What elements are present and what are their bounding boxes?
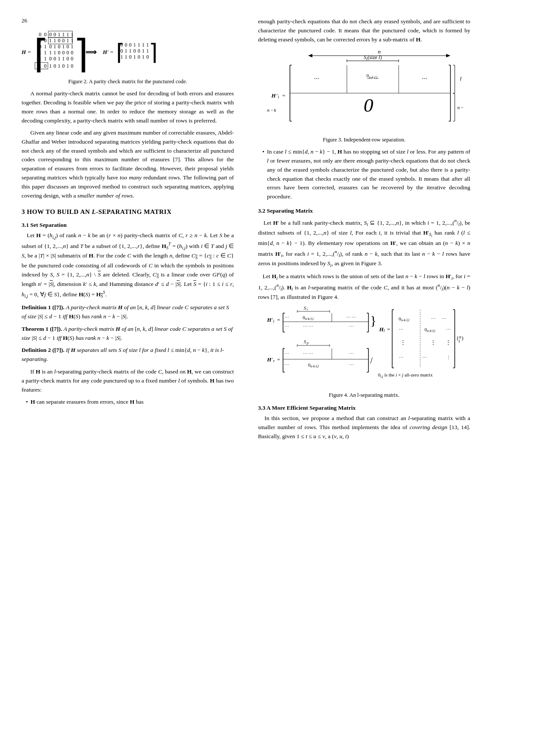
svg-text:0: 0: [364, 94, 374, 116]
svg-text:i: i: [278, 94, 279, 99]
svg-text:r: r: [273, 358, 275, 363]
svg-text:−: −: [461, 105, 463, 110]
svg-text:1: 1: [66, 63, 69, 69]
bullet2-area: • In case l ≤ min{d, n − k} − 1, H has n…: [262, 147, 470, 202]
svg-text:0: 0: [66, 56, 69, 62]
svg-text:/: /: [370, 356, 373, 365]
svg-text:n: n: [267, 107, 270, 113]
svg-text:1: 1: [54, 44, 56, 50]
svg-text:0: 0: [54, 31, 56, 38]
svg-text:1: 1: [142, 42, 145, 48]
svg-text:1: 1: [71, 31, 73, 38]
svg-text:0n-k-l,l: 0n-k-l,l: [308, 362, 319, 368]
svg-text:⌉: ⌉: [73, 33, 88, 75]
svg-text:=: =: [387, 326, 390, 333]
svg-text:1: 1: [142, 48, 145, 54]
H-prime-label: H′ =: [103, 49, 113, 56]
para-normal-parity: A normal parity-check matrix cannot be u…: [22, 89, 234, 125]
definition2: Definition 2 ([7]). If H separates all s…: [22, 346, 234, 364]
svg-text:⋯: ⋯: [422, 75, 427, 82]
svg-marker-78: [446, 54, 450, 57]
svg-text:1: 1: [62, 31, 65, 38]
svg-text:1: 1: [120, 54, 123, 60]
svg-text:1: 1: [66, 31, 69, 38]
svg-text:0: 0: [62, 38, 65, 44]
svg-text:0: 0: [138, 48, 140, 54]
svg-text:0: 0: [54, 63, 56, 69]
svg-text:1: 1: [49, 38, 52, 44]
figure2-caption: Figure 2. A parity check matrix for the …: [22, 78, 234, 85]
svg-text:1: 1: [39, 63, 41, 69]
svg-text:1: 1: [58, 56, 60, 62]
figure3-caption: Figure 3. Independent-row separation.: [258, 137, 470, 143]
svg-text:0: 0: [54, 56, 56, 62]
svg-text:i: i: [273, 319, 274, 323]
svg-text:1: 1: [44, 44, 47, 50]
subsection32-title: 3.2 Separating Matrix: [258, 207, 470, 214]
H-label: H =: [22, 49, 31, 56]
subsection31-para1: Let H = (hi,j) of rank n − k be an (r × …: [22, 231, 234, 300]
bullet-content-1: H can separate erasures from errors, sin…: [31, 398, 234, 407]
svg-text:⋮: ⋮: [431, 339, 436, 345]
svg-text:S: S: [304, 305, 306, 311]
svg-text:=: =: [282, 92, 285, 99]
svg-text:0: 0: [44, 31, 47, 38]
svg-text:⋯: ⋯: [284, 315, 289, 320]
svg-text:H: H: [271, 92, 276, 99]
svg-text:0: 0: [44, 63, 47, 69]
svg-text:H: H: [267, 356, 272, 363]
svg-text:⋯: ⋯: [349, 362, 354, 367]
svg-text:1: 1: [133, 54, 136, 60]
svg-text:1: 1: [125, 48, 127, 54]
svg-text:⋯: ⋯: [399, 327, 403, 332]
svg-text:0: 0: [39, 31, 41, 38]
svg-text:1: 1: [44, 50, 47, 56]
svg-text:0: 0: [62, 63, 65, 69]
H-matrix: ⌈ ⌉ 0 0 0 0 1 1 1: [33, 28, 79, 76]
svg-text:1: 1: [71, 44, 73, 50]
svg-text:1: 1: [146, 42, 149, 48]
svg-text:l: l: [384, 328, 385, 333]
subsection32-para2: Let Hl be a matrix which rows is the uni…: [258, 272, 470, 302]
svg-text:}: }: [370, 313, 376, 327]
svg-text:1: 1: [49, 63, 52, 69]
svg-text:⋯: ⋯: [314, 75, 319, 82]
svg-text:−: −: [271, 107, 273, 113]
svg-text:0: 0: [44, 38, 47, 44]
svg-text:1: 1: [44, 56, 47, 62]
svg-text:0n-k-l,l: 0n-k-l,l: [303, 315, 314, 321]
bullet-item-2: • In case l ≤ min{d, n − k} − 1, H has n…: [262, 147, 470, 202]
svg-text:1: 1: [62, 56, 65, 62]
svg-text:1: 1: [39, 56, 41, 62]
svg-text:1: 1: [138, 42, 140, 48]
svg-text:1: 1: [146, 48, 149, 54]
svg-text:⋯: ⋯: [422, 355, 427, 360]
svg-text:0: 0: [133, 48, 136, 54]
svg-text:⋮: ⋮: [446, 355, 451, 360]
svg-text:1: 1: [62, 44, 65, 50]
svg-text:0: 0: [62, 50, 65, 56]
svg-text:0: 0: [129, 54, 132, 60]
svg-text:0: 0: [49, 44, 52, 50]
svg-text:n: n: [378, 48, 381, 55]
figure4-caption: Figure 4. An l-separating matrix.: [258, 392, 470, 398]
svg-text:0: 0: [138, 54, 140, 60]
subsection31-title: 3.1 Set Separation: [22, 222, 234, 229]
para-given-linear: Given any linear code and any given maxi…: [22, 129, 234, 201]
svg-text:⋯: ⋯: [284, 351, 289, 356]
svg-text:i: i: [307, 307, 308, 311]
subsection33-para1: In this section, we propose a method tha…: [258, 414, 470, 441]
svg-text:⋯: ⋯: [442, 316, 447, 321]
bullet1-continuation: enough parity-check equations that do no…: [258, 17, 470, 44]
subsection33-title: 3.3 A More Efficient Separating Matrix: [258, 405, 470, 411]
svg-text:⋯: ⋯: [284, 324, 289, 329]
svg-text:1: 1: [54, 38, 56, 44]
svg-text:=: =: [277, 317, 280, 323]
svg-text:⋯ ⋯: ⋯ ⋯: [346, 315, 357, 320]
svg-text:l: l: [460, 75, 462, 82]
svg-text:0: 0: [58, 38, 60, 44]
svg-text:n: n: [457, 105, 460, 110]
svg-text:1: 1: [49, 50, 52, 56]
svg-text:⋯: ⋯: [284, 362, 289, 367]
svg-text:0: 0: [49, 56, 52, 62]
